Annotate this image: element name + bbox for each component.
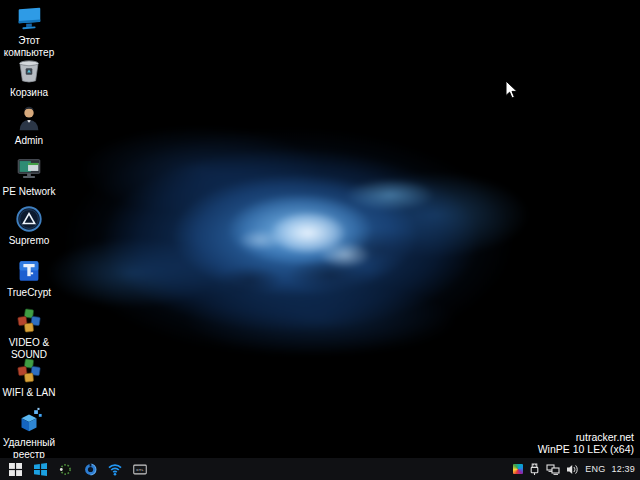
- driver-cubes-icon: [14, 306, 44, 336]
- desktop-icon-remote-registry[interactable]: Удаленный реестр: [0, 406, 58, 460]
- desktop-icon-label: Корзина: [0, 87, 58, 99]
- taskbar-left-group: CTL: [0, 458, 147, 480]
- watermark-line1: rutracker.net: [538, 431, 634, 443]
- desktop-icon-label: PE Network: [0, 186, 58, 198]
- svg-text:CTL: CTL: [136, 467, 144, 472]
- wifi-button[interactable]: [108, 462, 122, 476]
- launcher-button[interactable]: [58, 462, 72, 476]
- desktop-icon-admin[interactable]: Admin: [0, 104, 58, 147]
- desktop-icon-label: Admin: [0, 135, 58, 147]
- dotted-ring-icon: [59, 463, 72, 476]
- supremo-button[interactable]: [83, 462, 97, 476]
- usb-icon[interactable]: [529, 463, 540, 476]
- desktop-icon-wifi-lan[interactable]: WIFI & LAN: [0, 356, 58, 399]
- network-monitor-icon: [14, 155, 44, 185]
- taskbar: CTL ENG 12:39: [0, 458, 640, 480]
- desktop-icon-label: Этот компьютер: [0, 35, 58, 58]
- language-indicator[interactable]: ENG: [585, 464, 605, 474]
- user-icon: [14, 104, 44, 134]
- desktop-icon-this-pc[interactable]: Этот компьютер: [0, 4, 58, 58]
- watermark-line2: WinPE 10 LEX (x64): [538, 443, 634, 455]
- desktop-icon-label: Удаленный реестр: [0, 437, 58, 460]
- desktop-icon-supremo[interactable]: Supremo: [0, 204, 58, 247]
- mouse-cursor: [505, 80, 518, 99]
- watermark: rutracker.net WinPE 10 LEX (x64): [538, 431, 634, 455]
- supremo-icon: [14, 204, 44, 234]
- computer-icon: [14, 4, 44, 34]
- recycle-bin-icon: [14, 56, 44, 86]
- keyboard-button[interactable]: CTL: [133, 462, 147, 476]
- desktop-icon-recycle-bin[interactable]: Корзина: [0, 56, 58, 99]
- system-tray: ENG 12:39: [513, 458, 640, 480]
- volume-icon[interactable]: [566, 463, 579, 476]
- truecrypt-key-icon: [14, 256, 44, 286]
- windows-logo-white-icon: [9, 463, 22, 476]
- clock[interactable]: 12:39: [611, 464, 635, 474]
- wallpaper: [0, 0, 640, 480]
- desktop-icon-truecrypt[interactable]: TrueCrypt: [0, 256, 58, 299]
- network-icon[interactable]: [546, 463, 560, 476]
- wifi-icon: [108, 463, 122, 476]
- desktop-icon-label: WIFI & LAN: [0, 387, 58, 399]
- driver-cubes-icon: [14, 356, 44, 386]
- desktop-icon-video-sound[interactable]: VIDEO & SOUND: [0, 306, 58, 360]
- display-color-icon[interactable]: [513, 464, 523, 474]
- explorer-button[interactable]: [33, 462, 47, 476]
- registry-cube-icon: [14, 406, 44, 436]
- blue-ring-icon: [84, 463, 97, 476]
- desktop-icon-pe-network[interactable]: PE Network: [0, 155, 58, 198]
- start-button[interactable]: [8, 462, 22, 476]
- cloud-nebula-art: [0, 0, 640, 480]
- desktop-icon-label: Supremo: [0, 235, 58, 247]
- windows-logo-blue-icon: [34, 463, 47, 476]
- ctl-window-icon: CTL: [133, 463, 147, 476]
- desktop-icon-label: TrueCrypt: [0, 287, 58, 299]
